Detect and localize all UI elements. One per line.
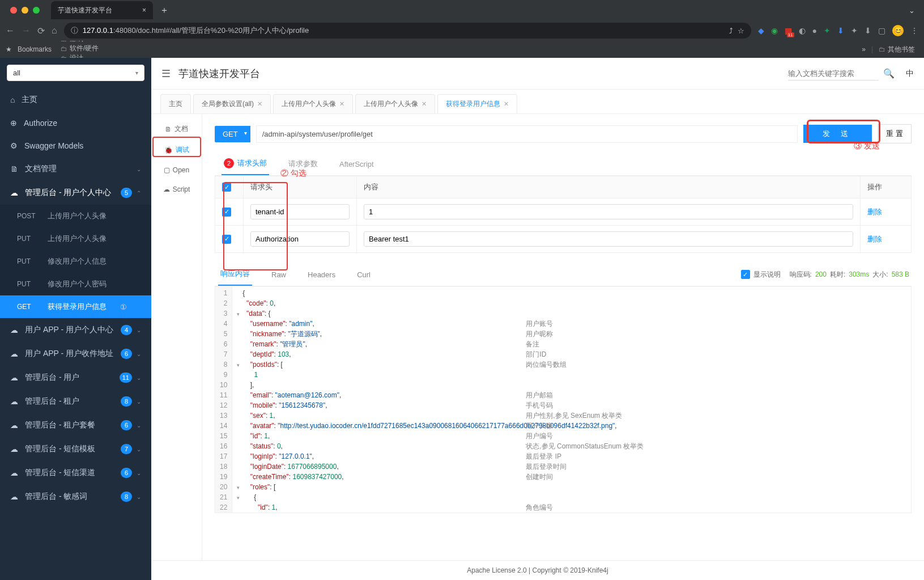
left-tab-doc[interactable]: 🗎文档 [151,118,202,139]
sidebar-group[interactable]: ☁管理后台 - 租户套餐6⌄ [0,413,151,437]
headers-table: ✓ 请求头 内容 操作 ✓删除✓删除 [215,176,912,253]
address-bar[interactable]: ⓘ 127.0.0.1:48080/doc.html#/all/管理后台%20-… [64,23,751,39]
profile-avatar[interactable]: 😊 [892,25,904,36]
home-button[interactable]: ⌂ [52,26,57,36]
maximize-window-icon[interactable] [33,7,40,14]
sidebar-api-item[interactable]: PUT上传用户个人头像 [0,227,151,250]
sidebar-group[interactable]: ☁管理后台 - 用户个人中心5⌃ [0,181,151,205]
reset-button[interactable]: 重 置 [878,124,912,143]
header-key-input[interactable] [250,231,350,247]
count-badge: 8 [121,492,132,502]
group-selector[interactable]: all ▾ [7,65,144,81]
close-icon[interactable]: ✕ [504,100,509,108]
ext-icon-6[interactable]: ✦ [824,26,831,35]
tab-request-headers[interactable]: 2 请求头部 [222,153,269,175]
window-controls[interactable] [5,7,45,14]
tab-after-script[interactable]: AfterScript [337,153,376,175]
share-icon[interactable]: ⤴ [729,27,733,35]
header-value-input[interactable] [364,231,853,247]
ext-icon-5[interactable]: ● [812,26,817,35]
response-body[interactable]: 1234567891011121314151617181920212223242… [215,286,912,513]
sidebar-api-item[interactable]: PUT修改用户个人信息 [0,250,151,273]
checkbox-all[interactable]: ✓ [222,183,231,192]
row-checkbox[interactable]: ✓ [222,235,231,244]
sidebar-swagger-models[interactable]: ⚙ Swagger Models [0,134,151,157]
sidebar-doc-mgmt[interactable]: 🗎文档管理 ⌄ [0,157,151,181]
sidebar-group[interactable]: ☁管理后台 - 敏感词8⌄ [0,485,151,509]
sidebar-group-label: 管理后台 - 用户 [25,372,79,383]
tab-response-raw[interactable]: Raw [269,265,288,285]
left-tab-script[interactable]: ☁Script [151,180,202,199]
bookmarks-label[interactable]: Bookmarks [14,45,55,53]
ext-icon-3[interactable]: ▦11 [785,26,792,35]
forward-button[interactable]: → [22,26,31,36]
sidebar-group[interactable]: ☁管理后台 - 租户8⌄ [0,390,151,413]
tab-response-body[interactable]: 响应内容 [218,263,252,286]
bookmarks-star-icon[interactable]: ★ [6,45,12,53]
show-desc-checkbox[interactable]: ✓ [741,270,750,279]
star-icon[interactable]: ☆ [738,27,744,35]
close-window-icon[interactable] [10,7,17,14]
doc-tab[interactable]: 上传用户个人头像✕ [273,94,353,113]
sidebar-api-item[interactable]: PUT修改用户个人密码 [0,273,151,295]
other-bookmarks[interactable]: 🗀其他书签 [875,45,918,54]
left-tab-debug[interactable]: 🐞调试 [151,139,202,160]
close-icon[interactable]: ✕ [421,100,427,108]
sidebar-group[interactable]: ☁管理后台 - 短信渠道6⌄ [0,461,151,485]
menu-icon[interactable]: ⋮ [910,26,918,35]
search-icon[interactable]: 🔍 [883,68,895,79]
doc-tab-label: 上传用户个人头像 [282,99,336,109]
cloud-icon: ☁ [10,397,18,406]
delete-link[interactable]: 删除 [867,235,882,243]
ext-icon-1[interactable]: ◆ [758,26,764,35]
sidebar-api-item[interactable]: GET获得登录用户信息① [0,295,151,318]
sidebar-authorize[interactable]: ⊕ Authorize [0,112,151,134]
tab-response-headers[interactable]: Headers [305,265,338,285]
header-value-input[interactable] [364,204,853,219]
request-path-input[interactable]: /admin-api/system/user/profile/get [256,125,798,143]
sidebar-home[interactable]: ⌂ 主页 [0,88,151,112]
close-icon[interactable]: ✕ [257,100,262,108]
ext-icon-7[interactable]: ⬇ [837,26,844,35]
tab-response-curl[interactable]: Curl [355,265,373,285]
chevron-icon: ⌄ [137,351,141,357]
left-tab-open[interactable]: ▢Open [151,160,202,180]
close-icon[interactable]: ✕ [339,100,344,108]
sidebar-api-item[interactable]: POST上传用户个人头像 [0,205,151,227]
sidebar-group[interactable]: ☁管理后台 - 短信模板7⌄ [0,437,151,461]
ext-icon-2[interactable]: ◉ [771,26,778,35]
chevron-down-icon[interactable]: ⌄ [909,6,919,15]
request-path-text: /admin-api/system/user/profile/get [262,130,373,138]
search-input[interactable] [788,67,879,81]
doc-tab[interactable]: 上传用户个人头像✕ [355,94,435,113]
main-panel: ☰ 芋道快速开发平台 🔍 中 主页全局参数设置(all)✕上传用户个人头像✕上传… [151,58,924,580]
menu-toggle-icon[interactable]: ☰ [161,67,171,80]
bookmark-folder[interactable]: 🗀设计 [57,53,133,58]
header-key-input[interactable] [250,204,350,219]
delete-link[interactable]: 删除 [867,208,882,216]
send-button[interactable]: 发 送 [803,125,872,143]
download-icon[interactable]: ⬇ [865,26,871,35]
panel-icon[interactable]: ▢ [878,26,885,35]
doc-tab[interactable]: 全局参数设置(all)✕ [193,94,271,113]
language-toggle[interactable]: 中 [906,69,914,79]
extensions-icon[interactable]: ✦ [851,26,858,35]
back-button[interactable]: ← [6,26,15,36]
site-info-icon[interactable]: ⓘ [71,26,78,36]
close-tab-icon[interactable]: × [131,6,146,14]
new-tab-button[interactable]: ＋ [153,5,176,16]
headers-count-badge: 2 [224,158,234,168]
browser-tab[interactable]: 芋道快速开发平台 × [51,1,153,19]
doc-tab[interactable]: 获得登录用户信息✕ [437,94,517,113]
reload-button[interactable]: ⟳ [37,26,45,36]
sidebar-group[interactable]: ☁管理后台 - 用户11⌄ [0,366,151,390]
ext-icon-4[interactable]: ◐ [799,26,806,35]
doc-tab[interactable]: 主页 [160,94,191,113]
http-method-select[interactable]: GET [215,126,250,142]
bookmarks-overflow[interactable]: » [858,45,869,53]
minimize-window-icon[interactable] [22,7,28,14]
bookmark-folder[interactable]: 🗀软件/硬件 [57,44,133,53]
row-checkbox[interactable]: ✓ [222,208,231,217]
sidebar-group[interactable]: ☁用户 APP - 用户收件地址6⌄ [0,342,151,366]
sidebar-group[interactable]: ☁用户 APP - 用户个人中心4⌄ [0,318,151,342]
